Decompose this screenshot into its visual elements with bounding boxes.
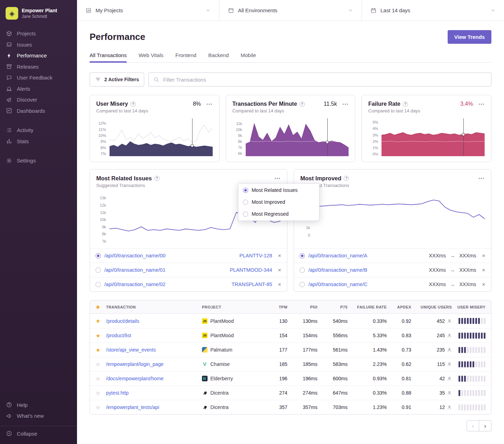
star-icon[interactable]: ★ — [96, 347, 100, 353]
app-root: ◈ Empower Plant Jane Schmidt ProjectsIss… — [0, 0, 504, 444]
collapse-icon — [6, 430, 13, 437]
transaction-link[interactable]: /api/0/transaction_name/02 — [104, 282, 166, 287]
view-trends-button[interactable]: View Trends — [448, 30, 491, 44]
help-icon[interactable]: ? — [344, 176, 349, 181]
options-icon[interactable]: ••• — [478, 176, 485, 180]
help-icon[interactable]: ? — [300, 102, 305, 107]
issue-link[interactable]: PLANTMOOD-344 — [230, 267, 272, 273]
help-icon[interactable]: ? — [131, 102, 136, 107]
dismiss-icon[interactable]: ✕ — [278, 268, 281, 273]
star-icon[interactable]: ☆ — [96, 390, 100, 396]
dashboards-icon — [6, 107, 13, 114]
date-range-selector[interactable]: Last 14 days — [362, 0, 504, 21]
sidebar-item-dashboards[interactable]: Dashboards — [0, 105, 77, 117]
radio-button[interactable] — [300, 253, 305, 258]
sidebar-item-issues[interactable]: Issues — [0, 39, 77, 50]
options-icon[interactable]: ••• — [274, 176, 281, 180]
p75-value: 556ms — [317, 328, 348, 342]
radio-button[interactable] — [96, 268, 101, 273]
menu-option[interactable]: Most Regressed — [238, 208, 319, 220]
sidebar-item-alerts[interactable]: Alerts — [0, 83, 77, 95]
star-icon[interactable]: ☆ — [96, 376, 100, 381]
radio-button[interactable] — [96, 282, 101, 287]
sidebar-item-help[interactable]: Help — [0, 400, 77, 411]
transaction-link[interactable]: /docs/empowerplant/home — [106, 376, 163, 381]
radio-button[interactable] — [243, 200, 248, 205]
column-header[interactable]: TRANSACTION — [106, 300, 202, 313]
column-header[interactable]: TPM — [264, 300, 287, 313]
radio-button[interactable] — [243, 211, 248, 217]
next-page-button[interactable]: › — [479, 420, 491, 431]
tab-all-transactions[interactable]: All Transactions — [90, 52, 127, 62]
column-header[interactable]: UNIQUE USERS — [411, 300, 452, 313]
tab-frontend[interactable]: Frontend — [175, 52, 196, 62]
panel-title: Most Improved — [300, 175, 341, 182]
dismiss-icon[interactable]: ✕ — [278, 253, 281, 258]
activity-icon — [6, 127, 13, 133]
tab-mobile[interactable]: Mobile — [240, 52, 256, 62]
transaction-link[interactable]: /product/list — [106, 333, 131, 338]
radio-button[interactable] — [300, 268, 305, 273]
column-header[interactable]: P75 — [317, 300, 348, 313]
transaction-link[interactable]: /product/details — [106, 318, 139, 324]
transaction-link[interactable]: /api/0/transaction_name/C — [308, 282, 368, 287]
menu-option[interactable]: Most Improved — [238, 196, 319, 208]
menu-option[interactable]: Most Related Issues — [238, 184, 319, 196]
sidebar-item-stats[interactable]: Stats — [0, 136, 77, 147]
transaction-link[interactable]: pytest.http — [106, 390, 129, 396]
dismiss-icon[interactable]: ✕ — [278, 282, 281, 287]
help-icon[interactable]: ? — [403, 102, 408, 107]
sidebar-item-what-s-new[interactable]: What's new — [0, 410, 77, 422]
column-header[interactable]: APDEX — [387, 300, 411, 313]
transaction-link[interactable]: /store/api_view_events — [106, 347, 156, 353]
issue-link[interactable]: TRANSPLANT-85 — [231, 282, 272, 287]
transaction-link[interactable]: /api/0/transaction_name/00 — [104, 253, 166, 258]
star-icon[interactable]: ★ — [96, 318, 100, 324]
key-transaction-column-header[interactable]: ★ — [90, 300, 106, 313]
column-header[interactable]: USER MISERY — [452, 300, 491, 313]
star-icon[interactable]: ☆ — [96, 362, 100, 367]
project-selector[interactable]: My Projects — [77, 0, 219, 21]
issue-link[interactable]: PLANTTV-128 — [239, 253, 272, 258]
help-icon[interactable]: ? — [154, 176, 160, 181]
sidebar-item-projects[interactable]: Projects — [0, 28, 77, 39]
sidebar-item-collapse[interactable]: Collapse — [0, 426, 77, 439]
options-icon[interactable]: ••• — [206, 102, 213, 106]
y-axis-labels: 13k12k11k10k9k8k7k — [96, 193, 107, 245]
sidebar-item-performance[interactable]: Performance — [0, 50, 77, 61]
transaction-link[interactable]: /api/0/transaction_name/01 — [104, 267, 166, 273]
tab-backend[interactable]: Backend — [208, 52, 229, 62]
filter-icon — [95, 76, 101, 83]
dismiss-icon[interactable]: ✕ — [482, 253, 485, 258]
sidebar-item-releases[interactable]: Releases — [0, 61, 77, 72]
dismiss-icon[interactable]: ✕ — [482, 268, 485, 273]
column-header[interactable]: PROJECT — [202, 300, 264, 313]
sidebar-item-discover[interactable]: Discover — [0, 94, 77, 105]
column-header[interactable]: P50 — [287, 300, 317, 313]
topbar: My Projects All Environments Last 14 day… — [77, 0, 504, 21]
radio-button[interactable] — [96, 253, 101, 258]
column-header[interactable]: FAILURE RATE — [348, 300, 387, 313]
sidebar-item-activity[interactable]: Activity — [0, 125, 77, 136]
tab-web-vitals[interactable]: Web Vitals — [139, 52, 163, 62]
transaction-link[interactable]: /empowerplant_tests/api — [106, 404, 159, 410]
previous-page-button[interactable]: ‹ — [467, 420, 479, 431]
discover-icon — [6, 97, 13, 103]
radio-button[interactable] — [300, 282, 305, 287]
transaction-link[interactable]: /api/0/transaction_name/B — [308, 267, 367, 273]
active-filters-button[interactable]: 2 Active Filters — [90, 72, 144, 86]
search-input[interactable] — [162, 76, 487, 83]
dismiss-icon[interactable]: ✕ — [482, 282, 485, 287]
options-icon[interactable]: ••• — [343, 102, 349, 106]
star-icon[interactable]: ☆ — [96, 405, 100, 410]
transaction-link[interactable]: /empowerplant/login_page — [106, 361, 163, 367]
transaction-link[interactable]: /api/0/transaction_name/A — [308, 253, 367, 258]
sidebar-item-settings[interactable]: Settings — [0, 155, 77, 166]
org-switcher[interactable]: ◈ Empower Plant Jane Schmidt — [0, 5, 77, 20]
star-icon[interactable]: ★ — [96, 333, 100, 338]
options-icon[interactable]: ••• — [478, 102, 485, 106]
environment-selector[interactable]: All Environments — [219, 0, 362, 21]
radio-button[interactable] — [243, 188, 248, 193]
sidebar-item-user-feedback[interactable]: User Feedback — [0, 72, 77, 83]
project-cell: Palmatum — [202, 343, 264, 357]
